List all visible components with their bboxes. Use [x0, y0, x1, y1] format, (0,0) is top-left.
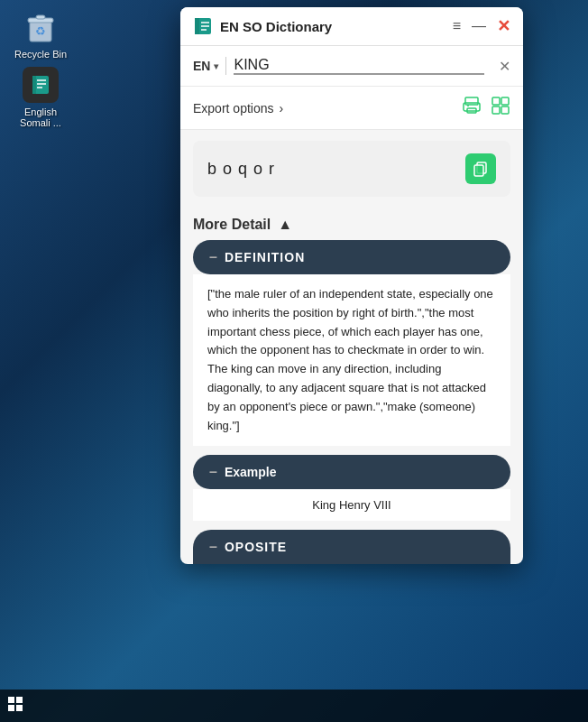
example-section-header[interactable]: – Example: [193, 455, 510, 489]
export-options-button[interactable]: Export options ›: [193, 101, 283, 116]
window-controls: ≡ — ✕: [453, 16, 510, 36]
definition-content: ["the male ruler of an independent state…: [193, 274, 510, 446]
chevron-up-icon: ▲: [278, 217, 292, 233]
more-detail-toggle[interactable]: More Detail ▲: [180, 208, 523, 240]
svg-rect-27: [16, 705, 23, 711]
export-arrow-icon: ›: [280, 101, 284, 116]
divider: [225, 57, 226, 75]
english-somali-icon[interactable]: EnglishSomali ...: [9, 67, 72, 128]
definition-section-header[interactable]: – DEFINITION: [193, 240, 510, 274]
translation-box: b o q o r: [193, 141, 510, 197]
example-content: King Henry VIII: [193, 489, 510, 521]
chevron-down-icon: ▾: [214, 61, 218, 71]
dictionary-window: EN SO Dictionary ≡ — ✕ EN ▾ ✕ Export opt…: [180, 7, 523, 564]
svg-rect-25: [16, 697, 23, 703]
export-label: Export options: [193, 101, 274, 116]
oposite-collapse-icon: –: [209, 539, 217, 555]
svg-rect-23: [474, 165, 483, 176]
oposite-section-header[interactable]: – OPOSITE: [193, 530, 510, 564]
menu-button[interactable]: ≡: [453, 18, 461, 34]
close-button[interactable]: ✕: [497, 16, 510, 36]
export-bar: Export options ›: [180, 87, 523, 130]
desktop-icons: ♻ Recycle Bin EnglishSomali ...: [9, 9, 72, 128]
svg-rect-5: [32, 76, 36, 94]
svg-rect-26: [8, 705, 14, 711]
svg-rect-10: [195, 18, 199, 34]
search-input-wrapper: [234, 57, 484, 75]
svg-rect-14: [465, 97, 478, 105]
svg-rect-24: [8, 697, 14, 703]
svg-rect-18: [492, 97, 500, 105]
more-detail-label: More Detail: [193, 217, 271, 233]
minimize-button[interactable]: —: [472, 18, 486, 34]
search-bar: EN ▾ ✕: [180, 46, 523, 87]
example-text: King Henry VIII: [312, 498, 390, 512]
svg-rect-21: [501, 106, 509, 114]
definition-text: ["the male ruler of an independent state…: [207, 287, 493, 432]
start-button[interactable]: [0, 696, 31, 717]
clear-search-button[interactable]: ✕: [499, 58, 510, 75]
windows-logo-icon: [7, 696, 23, 717]
export-action-icons: [462, 96, 510, 120]
recycle-bin-icon[interactable]: ♻ Recycle Bin: [9, 9, 72, 60]
grid-icon[interactable]: [491, 96, 510, 120]
taskbar: [0, 690, 588, 722]
copy-button[interactable]: [465, 153, 496, 184]
example-collapse-icon: –: [209, 464, 217, 480]
search-input[interactable]: [234, 57, 484, 75]
print-icon[interactable]: [462, 96, 482, 120]
language-selector[interactable]: EN ▾: [193, 59, 218, 73]
definition-collapse-icon: –: [209, 249, 217, 265]
app-icon: [193, 16, 213, 36]
recycle-bin-label: Recycle Bin: [14, 49, 67, 60]
title-bar: EN SO Dictionary ≡ — ✕: [180, 7, 523, 46]
svg-rect-2: [36, 15, 45, 19]
svg-text:♻: ♻: [35, 24, 46, 38]
translation-text: b o q o r: [207, 160, 275, 179]
english-somali-label: EnglishSomali ...: [20, 106, 61, 128]
svg-rect-20: [492, 106, 500, 114]
language-code: EN: [193, 59, 210, 73]
oposite-title: OPOSITE: [225, 540, 287, 554]
svg-rect-19: [501, 97, 509, 105]
window-title: EN SO Dictionary: [220, 19, 453, 34]
definition-title: DEFINITION: [225, 250, 305, 264]
example-title: Example: [225, 465, 277, 479]
